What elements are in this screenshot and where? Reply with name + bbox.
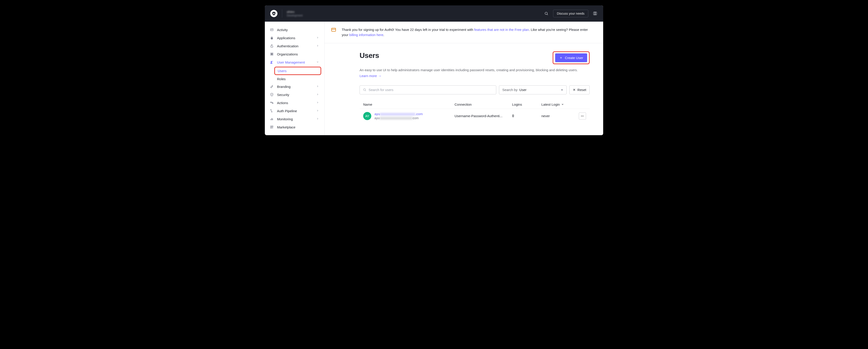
table-header: Name Connection Logins Latest Login xyxy=(360,100,590,109)
svg-rect-11 xyxy=(271,102,272,103)
tenant-env: Development xyxy=(287,14,303,17)
user-email-link[interactable]: ayuxxxxxxxxxxxxxxxxxxxxx.com xyxy=(374,112,423,116)
credit-card-icon xyxy=(331,28,336,32)
cell-logins: 0 xyxy=(512,114,541,118)
sidebar-item-branding[interactable]: Branding xyxy=(265,82,324,91)
search-button[interactable] xyxy=(544,11,549,16)
search-controls: Search by User ▼ Reset xyxy=(360,85,590,95)
sidebar-sub-roles[interactable]: Roles xyxy=(265,75,324,82)
svg-rect-19 xyxy=(271,127,272,128)
chevron-right-icon xyxy=(316,44,319,47)
user-management-icon xyxy=(270,60,274,64)
search-box[interactable] xyxy=(360,85,496,95)
sidebar-item-label: User Management xyxy=(277,60,305,64)
col-header-logins: Logins xyxy=(512,103,541,106)
col-header-latest-login[interactable]: Latest Login xyxy=(541,103,575,106)
users-table: Name Connection Logins Latest Login AY xyxy=(360,100,590,123)
sidebar-item-auth-pipeline[interactable]: Auth Pipeline xyxy=(265,107,324,115)
svg-rect-12 xyxy=(272,103,273,104)
page-header: Users ＋ Create User xyxy=(360,51,590,64)
ellipsis-icon: ⋯ xyxy=(581,114,584,117)
banner-text-post: . xyxy=(383,33,384,37)
svg-rect-3 xyxy=(271,46,273,47)
topbar-actions: Discuss your needs xyxy=(544,10,598,18)
sidebar-item-user-management[interactable]: User Management xyxy=(265,58,324,66)
triangle-down-icon: ▼ xyxy=(561,89,563,91)
svg-point-0 xyxy=(545,12,548,15)
banner-link-billing[interactable]: billing information here xyxy=(349,33,383,37)
row-actions-button[interactable]: ⋯ xyxy=(579,112,586,119)
user-sub: ayuxxxxxxxxxxxxxxxxxxxxxcom xyxy=(374,116,423,120)
sidebar-item-activity[interactable]: Activity xyxy=(265,26,324,34)
security-icon xyxy=(270,93,274,97)
search-by-select[interactable]: Search by User ▼ xyxy=(499,85,567,95)
search-by-label: Search by xyxy=(502,88,518,92)
cell-latest-login: never xyxy=(541,114,575,118)
create-user-highlight: ＋ Create User xyxy=(553,51,590,64)
banner-link-features[interactable]: features that are not in the Free plan xyxy=(474,28,529,32)
docs-button[interactable] xyxy=(592,11,598,16)
app-window: afidex Development Discuss your needs xyxy=(265,5,603,135)
svg-point-22 xyxy=(364,89,366,91)
marketplace-icon xyxy=(270,125,274,129)
logo-area: afidex Development xyxy=(270,9,303,18)
sidebar-item-label: Marketplace xyxy=(277,125,296,129)
book-icon xyxy=(593,11,597,15)
auth-pipeline-icon xyxy=(270,109,274,113)
topbar: afidex Development Discuss your needs xyxy=(265,5,603,22)
activity-icon xyxy=(270,28,274,32)
sidebar-item-label: Applications xyxy=(277,36,295,40)
sidebar-sub-label: Users xyxy=(278,69,286,73)
sidebar-item-label: Authentication xyxy=(277,44,299,48)
sidebar-item-label: Actions xyxy=(277,101,288,105)
chevron-right-icon xyxy=(316,109,319,112)
page-title: Users xyxy=(360,51,379,60)
sidebar-sub-users[interactable]: Users xyxy=(274,67,321,75)
sidebar-item-label: Branding xyxy=(277,85,290,89)
main-content: Thank you for signing up for Auth0! You … xyxy=(324,22,603,135)
sidebar-sub-label: Roles xyxy=(277,77,286,81)
sidebar-item-label: Auth Pipeline xyxy=(277,109,297,113)
arrow-right-icon: → xyxy=(378,74,382,78)
sub-blurred: xxxxxxxxxxxxxxxxxxxxx xyxy=(380,116,413,120)
discuss-needs-button[interactable]: Discuss your needs xyxy=(553,10,588,18)
cell-name: AY ayuxxxxxxxxxxxxxxxxxxxxx.com ayuxxxxx… xyxy=(363,112,455,120)
chevron-right-icon xyxy=(316,85,319,88)
sidebar-item-security[interactable]: Security xyxy=(265,91,324,99)
search-by-value: User xyxy=(519,88,526,92)
avatar: AY xyxy=(363,112,371,120)
sidebar-item-monitoring[interactable]: Monitoring xyxy=(265,115,324,123)
learn-more-link[interactable]: Learn more → xyxy=(360,74,382,78)
sidebar-item-applications[interactable]: Applications xyxy=(265,34,324,42)
learn-more-label: Learn more xyxy=(360,74,377,78)
tenant-name: afidex xyxy=(287,10,303,13)
sidebar-item-actions[interactable]: Actions xyxy=(265,99,324,107)
sidebar-item-authentication[interactable]: Authentication xyxy=(265,42,324,50)
svg-point-10 xyxy=(272,61,273,62)
brand-logo[interactable] xyxy=(270,10,277,17)
banner-text: Thank you for signing up for Auth0! You … xyxy=(342,27,594,38)
applications-icon xyxy=(270,36,274,40)
tenant-selector[interactable]: afidex Development xyxy=(287,10,303,17)
email-suffix: .com xyxy=(415,112,423,116)
svg-rect-7 xyxy=(271,54,272,55)
col-header-actions xyxy=(575,103,586,106)
reset-button[interactable]: Reset xyxy=(569,85,590,95)
sidebar-item-marketplace[interactable]: Marketplace xyxy=(265,123,324,131)
sidebar-item-organizations[interactable]: Organizations xyxy=(265,50,324,58)
chevron-right-icon xyxy=(316,101,319,104)
sidebar-item-label: Monitoring xyxy=(277,117,293,121)
svg-rect-6 xyxy=(272,54,273,54)
col-header-latest-label: Latest Login xyxy=(541,103,560,106)
sub-suffix: com xyxy=(413,116,418,120)
banner-text-pre: Thank you for signing up for Auth0! You … xyxy=(342,28,474,32)
trial-banner: Thank you for signing up for Auth0! You … xyxy=(324,22,603,43)
sidebar: Activity Applications Authentication xyxy=(265,22,324,135)
create-user-button[interactable]: ＋ Create User xyxy=(555,54,587,62)
chevron-right-icon xyxy=(316,36,319,39)
sidebar-item-label: Organizations xyxy=(277,52,298,56)
chevron-down-icon xyxy=(561,103,564,106)
authentication-icon xyxy=(270,44,274,48)
sidebar-item-label: Security xyxy=(277,93,289,97)
search-input[interactable] xyxy=(366,88,493,92)
